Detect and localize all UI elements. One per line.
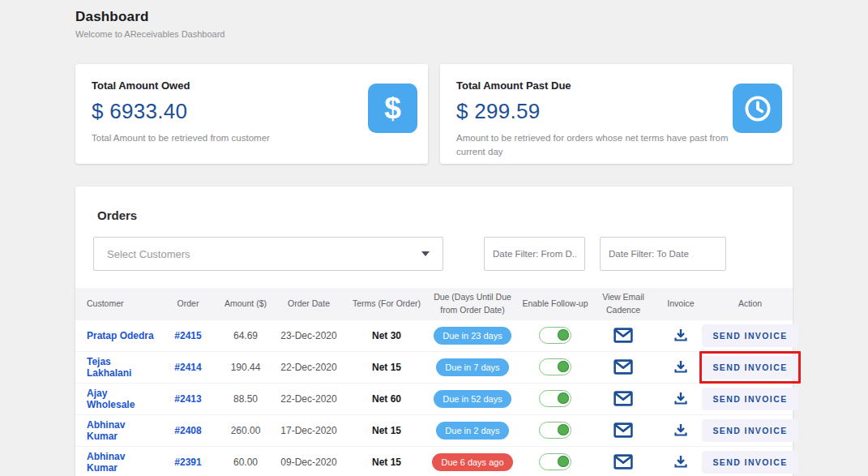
card-description: Total Amount to be retrieved from custom… [92,131,371,145]
total-owed-value: $ 6933.40 [92,99,412,124]
download-icon [674,392,687,405]
table-row: Pratap Odedra #2415 64.69 23-Dec-2020 Ne… [75,320,793,352]
select-customers-dropdown[interactable]: Select Customers [93,237,443,271]
summary-cards-row: Total Amount Owed $ 6933.40 Total Amount… [75,64,793,164]
view-email-cadence-button[interactable] [612,421,635,440]
dollar-icon: $ [368,84,417,133]
customer-link[interactable]: Ajay Wholesale [87,388,135,410]
col-view-email-cadence: View Email Cadence [592,288,654,320]
terms-cell: Net 15 [346,457,427,468]
customer-link[interactable]: Abhinav Kumar [87,451,125,474]
order-number-link[interactable]: #2413 [174,393,201,405]
send-invoice-button[interactable]: SEND INVOICE [702,388,797,410]
download-invoice-button[interactable] [673,327,689,343]
download-invoice-button[interactable] [673,453,689,470]
order-number-link[interactable]: #2391 [174,457,201,468]
amount-cell: 64.69 [220,330,272,341]
page-header: Dashboard Welcome to AReceivables Dashbo… [75,9,224,39]
download-invoice-button[interactable] [673,358,689,375]
table-row: Tejas Lakhalani #2414 190.44 22-Dec-2020… [75,352,793,384]
order-number-link[interactable]: #2415 [174,330,201,341]
terms-cell: Net 15 [346,425,427,436]
orders-table-header: Customer Order Amount ($) Order Date Ter… [75,288,793,320]
total-amount-past-due-card: Total Amount Past Due $ 299.59 Amount to… [440,64,793,164]
orders-table-body: Pratap Odedra #2415 64.69 23-Dec-2020 Ne… [75,320,793,476]
orders-heading: Orders [97,208,137,222]
send-invoice-button[interactable]: SEND INVOICE [702,451,797,474]
view-email-cadence-button[interactable] [612,389,635,408]
due-badge: Due in 52 days [434,390,511,408]
total-past-due-value: $ 299.59 [456,99,776,124]
col-due: Due (Days Until Due from Order Date) [427,288,518,320]
due-badge: Due in 2 days [436,422,508,440]
action-cell: SEND INVOICE [708,324,793,347]
follow-up-toggle[interactable] [539,422,571,439]
page-title: Dashboard [75,9,224,25]
order-date-cell: 22-Dec-2020 [272,362,346,373]
action-cell: SEND INVOICE [708,451,793,474]
table-row: Ajay Wholesale #2413 88.50 22-Dec-2020 N… [75,384,793,415]
card-title: Total Amount Owed [92,79,412,92]
date-filter-to-input[interactable] [600,237,726,271]
select-customers-placeholder: Select Customers [107,248,421,260]
order-date-cell: 22-Dec-2020 [272,393,346,405]
dashboard-page: Dashboard Welcome to AReceivables Dashbo… [0,0,868,476]
col-order: Order [156,294,220,314]
col-customer: Customer [75,294,156,314]
col-invoice: Invoice [654,294,708,314]
action-cell: SEND INVOICE [708,388,793,410]
due-badge: Due in 7 days [436,358,508,376]
send-invoice-button[interactable]: SEND INVOICE [702,356,797,379]
amount-cell: 60.00 [220,457,272,468]
download-icon [674,360,687,373]
envelope-icon [614,359,633,375]
date-filter-from-input[interactable] [484,237,585,271]
amount-cell: 88.50 [220,393,272,405]
terms-cell: Net 15 [346,362,427,373]
page-subtitle: Welcome to AReceivables Dashboard [75,29,224,39]
customer-link[interactable]: Abhinav Kumar [87,419,125,442]
orders-filters: Select Customers [93,237,726,271]
col-terms: Terms (For Order) [346,294,427,314]
send-invoice-button[interactable]: SEND INVOICE [702,419,797,442]
terms-cell: Net 30 [346,330,427,341]
download-icon [674,423,687,436]
total-amount-owed-card: Total Amount Owed $ 6933.40 Total Amount… [75,64,428,164]
view-email-cadence-button[interactable] [612,358,635,376]
view-email-cadence-button[interactable] [612,326,635,345]
follow-up-toggle[interactable] [539,358,571,375]
action-cell: SEND INVOICE [708,356,793,379]
col-action: Action [708,294,793,314]
chevron-down-icon [421,251,430,256]
follow-up-toggle[interactable] [539,327,571,344]
customer-link[interactable]: Tejas Lakhalani [87,356,131,379]
order-number-link[interactable]: #2414 [174,362,201,373]
order-date-cell: 09-Dec-2020 [272,457,346,468]
orders-panel: Orders Select Customers Customer Order A… [75,187,793,476]
card-description: Amount to be retrieved for orders whose … [456,131,736,158]
send-invoice-button[interactable]: SEND INVOICE [702,324,797,347]
envelope-icon [614,391,633,406]
view-email-cadence-button[interactable] [612,452,635,471]
order-date-cell: 17-Dec-2020 [272,425,346,436]
follow-up-toggle[interactable] [539,390,571,407]
order-date-cell: 23-Dec-2020 [272,330,346,341]
download-invoice-button[interactable] [673,422,689,438]
customer-link[interactable]: Pratap Odedra [87,330,154,341]
envelope-icon [614,422,633,438]
amount-cell: 190.44 [220,362,272,373]
table-row: Abhinav Kumar #2391 60.00 09-Dec-2020 Ne… [75,447,793,476]
order-number-link[interactable]: #2408 [174,425,201,436]
due-badge: Due in 23 days [434,327,511,345]
action-cell: SEND INVOICE [708,419,793,442]
envelope-icon [614,328,633,343]
follow-up-toggle[interactable] [539,453,571,470]
col-amount: Amount ($) [220,294,272,314]
col-order-date: Order Date [272,294,346,314]
download-icon [674,328,687,341]
orders-table: Customer Order Amount ($) Order Date Ter… [75,288,793,476]
amount-cell: 260.00 [220,425,272,436]
envelope-icon [614,454,633,470]
download-invoice-button[interactable] [673,390,689,406]
due-badge: Due 6 days ago [432,453,512,471]
